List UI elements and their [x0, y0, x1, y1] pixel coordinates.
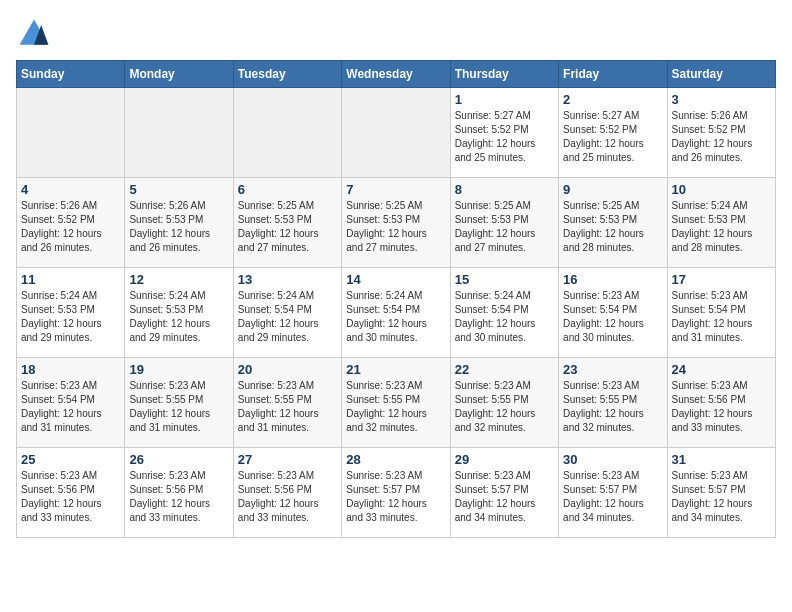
day-info: Sunrise: 5:23 AM Sunset: 5:56 PM Dayligh… [21, 469, 120, 525]
day-number: 6 [238, 182, 337, 197]
day-number: 3 [672, 92, 771, 107]
weekday-header-thursday: Thursday [450, 61, 558, 88]
day-number: 28 [346, 452, 445, 467]
calendar-cell: 5Sunrise: 5:26 AM Sunset: 5:53 PM Daylig… [125, 178, 233, 268]
calendar-cell: 4Sunrise: 5:26 AM Sunset: 5:52 PM Daylig… [17, 178, 125, 268]
calendar-week-0: 1Sunrise: 5:27 AM Sunset: 5:52 PM Daylig… [17, 88, 776, 178]
day-number: 1 [455, 92, 554, 107]
day-number: 15 [455, 272, 554, 287]
day-number: 31 [672, 452, 771, 467]
calendar-cell: 14Sunrise: 5:24 AM Sunset: 5:54 PM Dayli… [342, 268, 450, 358]
day-info: Sunrise: 5:23 AM Sunset: 5:57 PM Dayligh… [563, 469, 662, 525]
calendar-week-4: 25Sunrise: 5:23 AM Sunset: 5:56 PM Dayli… [17, 448, 776, 538]
day-info: Sunrise: 5:24 AM Sunset: 5:53 PM Dayligh… [672, 199, 771, 255]
calendar-cell: 16Sunrise: 5:23 AM Sunset: 5:54 PM Dayli… [559, 268, 667, 358]
calendar-cell: 30Sunrise: 5:23 AM Sunset: 5:57 PM Dayli… [559, 448, 667, 538]
logo-icon [16, 16, 52, 52]
day-info: Sunrise: 5:24 AM Sunset: 5:53 PM Dayligh… [129, 289, 228, 345]
calendar-cell: 12Sunrise: 5:24 AM Sunset: 5:53 PM Dayli… [125, 268, 233, 358]
calendar-cell: 3Sunrise: 5:26 AM Sunset: 5:52 PM Daylig… [667, 88, 775, 178]
day-number: 12 [129, 272, 228, 287]
weekday-header-tuesday: Tuesday [233, 61, 341, 88]
day-number: 2 [563, 92, 662, 107]
calendar-cell: 8Sunrise: 5:25 AM Sunset: 5:53 PM Daylig… [450, 178, 558, 268]
calendar-cell: 31Sunrise: 5:23 AM Sunset: 5:57 PM Dayli… [667, 448, 775, 538]
day-number: 30 [563, 452, 662, 467]
calendar-cell: 20Sunrise: 5:23 AM Sunset: 5:55 PM Dayli… [233, 358, 341, 448]
day-info: Sunrise: 5:23 AM Sunset: 5:54 PM Dayligh… [21, 379, 120, 435]
day-number: 8 [455, 182, 554, 197]
calendar-cell: 26Sunrise: 5:23 AM Sunset: 5:56 PM Dayli… [125, 448, 233, 538]
day-info: Sunrise: 5:25 AM Sunset: 5:53 PM Dayligh… [346, 199, 445, 255]
day-info: Sunrise: 5:23 AM Sunset: 5:54 PM Dayligh… [563, 289, 662, 345]
day-info: Sunrise: 5:23 AM Sunset: 5:56 PM Dayligh… [129, 469, 228, 525]
day-info: Sunrise: 5:23 AM Sunset: 5:55 PM Dayligh… [563, 379, 662, 435]
calendar-cell [17, 88, 125, 178]
day-number: 16 [563, 272, 662, 287]
day-info: Sunrise: 5:27 AM Sunset: 5:52 PM Dayligh… [455, 109, 554, 165]
day-number: 5 [129, 182, 228, 197]
calendar-cell: 19Sunrise: 5:23 AM Sunset: 5:55 PM Dayli… [125, 358, 233, 448]
calendar-body: 1Sunrise: 5:27 AM Sunset: 5:52 PM Daylig… [17, 88, 776, 538]
day-number: 24 [672, 362, 771, 377]
day-info: Sunrise: 5:24 AM Sunset: 5:54 PM Dayligh… [238, 289, 337, 345]
page-header [16, 16, 776, 52]
weekday-header-saturday: Saturday [667, 61, 775, 88]
day-info: Sunrise: 5:23 AM Sunset: 5:56 PM Dayligh… [672, 379, 771, 435]
day-number: 18 [21, 362, 120, 377]
calendar-cell: 22Sunrise: 5:23 AM Sunset: 5:55 PM Dayli… [450, 358, 558, 448]
calendar-cell [233, 88, 341, 178]
day-info: Sunrise: 5:23 AM Sunset: 5:57 PM Dayligh… [455, 469, 554, 525]
weekday-header-sunday: Sunday [17, 61, 125, 88]
calendar-cell: 6Sunrise: 5:25 AM Sunset: 5:53 PM Daylig… [233, 178, 341, 268]
day-number: 29 [455, 452, 554, 467]
day-number: 19 [129, 362, 228, 377]
calendar-cell: 27Sunrise: 5:23 AM Sunset: 5:56 PM Dayli… [233, 448, 341, 538]
calendar-cell: 28Sunrise: 5:23 AM Sunset: 5:57 PM Dayli… [342, 448, 450, 538]
day-info: Sunrise: 5:24 AM Sunset: 5:54 PM Dayligh… [455, 289, 554, 345]
day-info: Sunrise: 5:23 AM Sunset: 5:57 PM Dayligh… [346, 469, 445, 525]
day-number: 23 [563, 362, 662, 377]
day-info: Sunrise: 5:26 AM Sunset: 5:52 PM Dayligh… [672, 109, 771, 165]
calendar-cell: 9Sunrise: 5:25 AM Sunset: 5:53 PM Daylig… [559, 178, 667, 268]
day-number: 9 [563, 182, 662, 197]
day-info: Sunrise: 5:23 AM Sunset: 5:57 PM Dayligh… [672, 469, 771, 525]
logo [16, 16, 56, 52]
day-info: Sunrise: 5:23 AM Sunset: 5:55 PM Dayligh… [238, 379, 337, 435]
calendar-week-2: 11Sunrise: 5:24 AM Sunset: 5:53 PM Dayli… [17, 268, 776, 358]
calendar-cell: 2Sunrise: 5:27 AM Sunset: 5:52 PM Daylig… [559, 88, 667, 178]
calendar-cell: 25Sunrise: 5:23 AM Sunset: 5:56 PM Dayli… [17, 448, 125, 538]
calendar-cell: 7Sunrise: 5:25 AM Sunset: 5:53 PM Daylig… [342, 178, 450, 268]
day-info: Sunrise: 5:23 AM Sunset: 5:55 PM Dayligh… [346, 379, 445, 435]
day-info: Sunrise: 5:26 AM Sunset: 5:53 PM Dayligh… [129, 199, 228, 255]
calendar-cell: 29Sunrise: 5:23 AM Sunset: 5:57 PM Dayli… [450, 448, 558, 538]
day-number: 27 [238, 452, 337, 467]
calendar-cell: 1Sunrise: 5:27 AM Sunset: 5:52 PM Daylig… [450, 88, 558, 178]
calendar-table: SundayMondayTuesdayWednesdayThursdayFrid… [16, 60, 776, 538]
day-info: Sunrise: 5:27 AM Sunset: 5:52 PM Dayligh… [563, 109, 662, 165]
day-info: Sunrise: 5:23 AM Sunset: 5:55 PM Dayligh… [129, 379, 228, 435]
weekday-header-friday: Friday [559, 61, 667, 88]
calendar-cell: 10Sunrise: 5:24 AM Sunset: 5:53 PM Dayli… [667, 178, 775, 268]
day-info: Sunrise: 5:25 AM Sunset: 5:53 PM Dayligh… [455, 199, 554, 255]
calendar-cell [125, 88, 233, 178]
day-number: 26 [129, 452, 228, 467]
day-number: 7 [346, 182, 445, 197]
calendar-cell: 11Sunrise: 5:24 AM Sunset: 5:53 PM Dayli… [17, 268, 125, 358]
day-number: 17 [672, 272, 771, 287]
calendar-cell: 17Sunrise: 5:23 AM Sunset: 5:54 PM Dayli… [667, 268, 775, 358]
day-number: 13 [238, 272, 337, 287]
calendar-cell: 18Sunrise: 5:23 AM Sunset: 5:54 PM Dayli… [17, 358, 125, 448]
day-info: Sunrise: 5:25 AM Sunset: 5:53 PM Dayligh… [238, 199, 337, 255]
day-number: 20 [238, 362, 337, 377]
calendar-cell: 23Sunrise: 5:23 AM Sunset: 5:55 PM Dayli… [559, 358, 667, 448]
calendar-week-1: 4Sunrise: 5:26 AM Sunset: 5:52 PM Daylig… [17, 178, 776, 268]
calendar-cell: 15Sunrise: 5:24 AM Sunset: 5:54 PM Dayli… [450, 268, 558, 358]
day-number: 21 [346, 362, 445, 377]
calendar-cell: 13Sunrise: 5:24 AM Sunset: 5:54 PM Dayli… [233, 268, 341, 358]
calendar-week-3: 18Sunrise: 5:23 AM Sunset: 5:54 PM Dayli… [17, 358, 776, 448]
day-info: Sunrise: 5:23 AM Sunset: 5:55 PM Dayligh… [455, 379, 554, 435]
calendar-cell [342, 88, 450, 178]
day-number: 25 [21, 452, 120, 467]
day-number: 4 [21, 182, 120, 197]
